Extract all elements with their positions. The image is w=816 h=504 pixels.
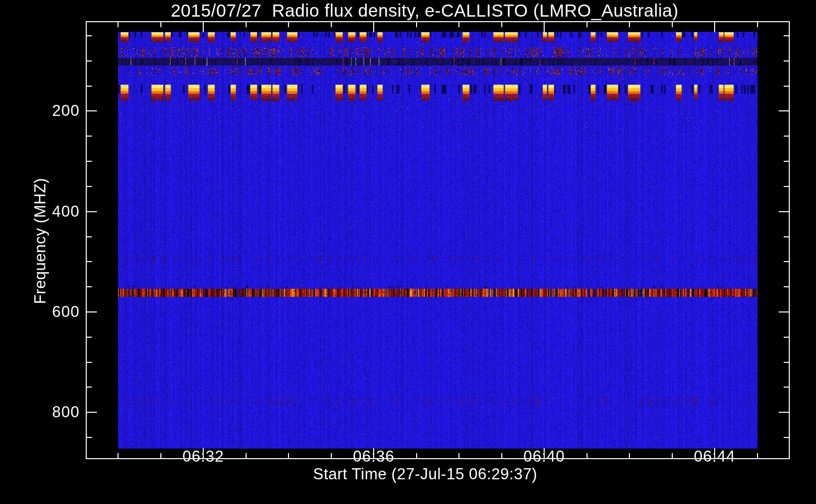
x-tick-label-0644: 06:44: [679, 448, 750, 465]
y-tick-label-600: 600: [19, 303, 80, 321]
x-axis-title: Start Time (27-Jul-15 06:29:37): [173, 465, 677, 483]
y-axis-title: Frequency (MHZ): [31, 165, 49, 317]
y-tick-label-200: 200: [19, 102, 80, 119]
chart-title: 2015/07/27 Radio flux density, e-CALLIST…: [73, 1, 777, 21]
axes-frame: [0, 0, 816, 504]
x-tick-label-0632: 06:32: [168, 448, 239, 465]
y-tick-label-400: 400: [19, 203, 80, 220]
x-tick-label-0636: 06:36: [338, 448, 409, 465]
callisto-quicklook-page: { "figure": { "background_color": "#0000…: [0, 0, 816, 504]
x-tick-label-0640: 06:40: [509, 448, 579, 465]
y-tick-label-800: 800: [19, 404, 80, 421]
